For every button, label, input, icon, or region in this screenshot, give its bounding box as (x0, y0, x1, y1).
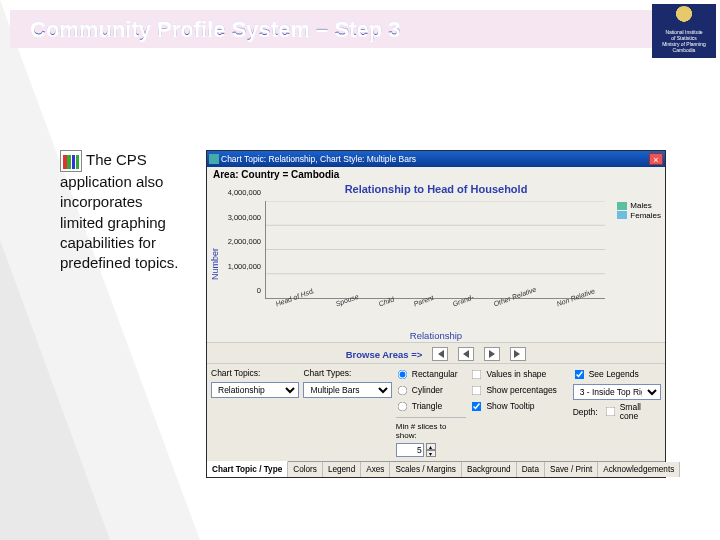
legend-label: Males (630, 201, 651, 211)
legend-label: Females (630, 211, 661, 221)
y-axis-label: Number (209, 199, 221, 329)
close-icon[interactable]: × (649, 153, 663, 165)
tab-axes[interactable]: Axes (361, 462, 390, 477)
next-button[interactable] (484, 347, 500, 361)
tab-strip: Chart Topic / TypeColorsLegendAxesScales… (207, 461, 665, 477)
x-axis-label: Relationship (207, 329, 665, 342)
values-in-shape-check[interactable]: Values in shape (470, 368, 568, 381)
spin-down-button[interactable]: ▾ (426, 450, 436, 457)
app-icon (209, 154, 219, 164)
x-tick-label: Parent (412, 294, 442, 329)
controls-panel: Chart Topics: Relationship Chart Types: … (207, 364, 665, 461)
legend-position-select[interactable]: 3 - Inside Top Right (573, 384, 661, 400)
area-label: Area: Country = Cambodia (213, 169, 339, 180)
show-tooltip-check[interactable]: Show Tooltip (470, 400, 568, 413)
browse-areas-label: Browse Areas => (346, 349, 423, 360)
y-ticks: 01,000,0002,000,0003,000,0004,000,000 (221, 201, 263, 299)
browse-areas-row: Browse Areas => (207, 342, 665, 364)
tab-save-print[interactable]: Save / Print (545, 462, 598, 477)
plot-area (265, 201, 605, 299)
chart-types-select[interactable]: Multiple Bars (303, 382, 391, 398)
swatch-females (617, 211, 627, 219)
slide-title: Community Profile System – Step 3 (30, 16, 400, 42)
tab-legend[interactable]: Legend (323, 462, 361, 477)
chart-topics-label: Chart Topics: (211, 368, 299, 379)
shape-rectangular-radio[interactable]: Rectangular (396, 368, 467, 381)
shape-triangle-radio[interactable]: Triangle (396, 400, 467, 413)
tab-chart-topic-type[interactable]: Chart Topic / Type (207, 461, 288, 477)
last-button[interactable] (510, 347, 526, 361)
app-titlebar[interactable]: Chart Topic: Relationship, Chart Style: … (207, 151, 665, 167)
org-badge: National Institute of Statistics Ministr… (652, 4, 716, 58)
tab-data[interactable]: Data (517, 462, 545, 477)
y-tick-label: 4,000,000 (228, 188, 261, 197)
show-percentages-check[interactable]: Show percentages (470, 384, 568, 397)
x-tick-label: Grand- (452, 293, 483, 329)
tab-scales-margins[interactable]: Scales / Margins (390, 462, 462, 477)
bar-chart-icon (60, 150, 82, 172)
chart-title: Relationship to Head of Household (207, 182, 665, 199)
prev-button[interactable] (458, 347, 474, 361)
spin-up-button[interactable]: ▴ (426, 443, 436, 450)
tab-acknowledgements[interactable]: Acknowledgements (598, 462, 680, 477)
x-tick-label: Child (377, 295, 402, 329)
chart-types-label: Chart Types: (303, 368, 391, 379)
small-cone-check[interactable]: Small cone (604, 403, 661, 421)
x-tick-label: Spouse (335, 293, 368, 329)
body-column: The CPS application also incorporates li… (60, 150, 190, 478)
chart-area: Number 01,000,0002,000,0003,000,0004,000… (209, 199, 663, 329)
crest-icon (674, 6, 694, 28)
chart-legend: Males Females (617, 201, 661, 220)
depth-label: Depth: (573, 407, 598, 417)
tab-colors[interactable]: Colors (288, 462, 323, 477)
chart-app-window: Chart Topic: Relationship, Chart Style: … (206, 150, 666, 478)
slide-title-bar: Community Profile System – Step 3 (10, 10, 660, 48)
y-tick-label: 3,000,000 (228, 212, 261, 221)
x-labels: Head of Hsd.SpouseChildParentGrand-Other… (265, 299, 605, 329)
tab-background[interactable]: Background (462, 462, 517, 477)
chart-topics-select[interactable]: Relationship (211, 382, 299, 398)
min-slices-label: Min # slices to show: (396, 422, 467, 440)
window-title: Chart Topic: Relationship, Chart Style: … (219, 154, 649, 164)
first-button[interactable] (432, 347, 448, 361)
see-legends-check[interactable]: See Legends (573, 368, 661, 381)
y-tick-label: 1,000,000 (228, 261, 261, 270)
shape-cylinder-radio[interactable]: Cylinder (396, 384, 467, 397)
min-slices-input[interactable] (396, 443, 424, 457)
y-tick-label: 0 (257, 286, 261, 295)
badge-line: Cambodia (652, 47, 716, 53)
y-tick-label: 2,000,000 (228, 237, 261, 246)
swatch-males (617, 202, 627, 210)
